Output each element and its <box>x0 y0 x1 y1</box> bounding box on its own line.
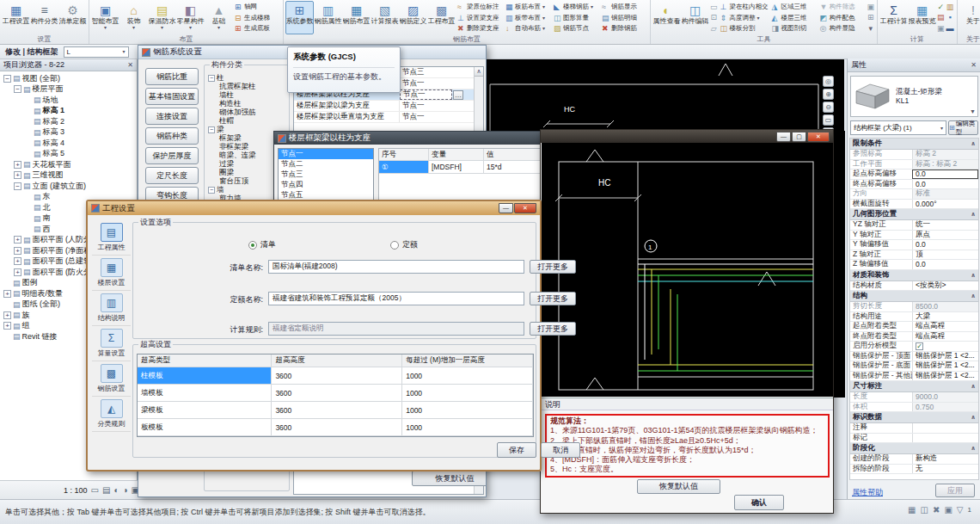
setting-value[interactable]: 节点一 <box>399 78 474 89</box>
property-row[interactable]: 钢筋保护层 - 顶面钢筋保护层 1 <2... <box>850 352 978 362</box>
ribbon-mini-icon[interactable]: ▱ <box>710 24 718 34</box>
sidebar-tab[interactable]: ▥结构说明 <box>92 291 131 326</box>
property-row[interactable]: 起点标高偏移0.0 <box>850 170 978 180</box>
ribbon-button[interactable]: ⌂装饰▾ <box>119 1 148 34</box>
ribbon-button[interactable]: ▦钢筋布置 <box>342 1 371 34</box>
status-icon[interactable]: ▦ <box>908 505 916 515</box>
property-row[interactable]: Y 轴偏移值0.0 <box>850 240 978 250</box>
tree-expander-icon[interactable]: − <box>208 126 215 133</box>
tree-expander-icon[interactable]: + <box>14 247 21 255</box>
settings-category-button[interactable]: 定尺长度 <box>145 167 199 184</box>
node-list-item[interactable]: 节点一 <box>279 149 373 159</box>
ribbon-button[interactable]: ▲基础▾ <box>205 1 233 34</box>
property-row[interactable]: 拆除的阶段无 <box>850 465 978 475</box>
property-row[interactable]: 起点附着类型端点高程 <box>850 322 978 332</box>
ribbon-small-button[interactable]: ⊞轴网 <box>235 2 279 12</box>
nav-tool-button[interactable]: ◎ <box>823 76 834 87</box>
tree-expander-icon[interactable]: + <box>3 322 11 330</box>
ribbon-small-button[interactable]: ⊟生成楼梯 <box>235 13 279 23</box>
ribbon-button[interactable]: ◐属性查看 <box>652 1 681 34</box>
sidebar-tab[interactable]: ◭分类规则 <box>92 397 131 432</box>
properties-section-header[interactable]: 限制条件∧ <box>850 139 978 150</box>
ribbon-button[interactable]: !关于 <box>959 1 980 34</box>
open-more-button[interactable]: 打开更多 <box>530 260 576 274</box>
tree-item[interactable]: 墙柱 <box>206 91 287 100</box>
ribbon-small-button[interactable]: ✖删除梁支座 <box>457 23 502 34</box>
property-row[interactable]: 长度9000.0 <box>850 392 978 403</box>
radio-quota[interactable]: 定额 <box>390 239 418 250</box>
tree-item[interactable]: −▤立面 (建筑立面) <box>0 181 137 192</box>
open-more-button[interactable]: 打开更多 <box>530 322 576 336</box>
minimize-button[interactable]: — <box>499 203 513 213</box>
height-table-cell[interactable]: 3600 <box>272 402 402 419</box>
ribbon-button[interactable]: ▦报表预览 <box>908 1 936 34</box>
ribbon-small-button[interactable]: ◫图形算量 <box>554 13 598 23</box>
tree-expander-icon[interactable]: + <box>3 311 11 319</box>
property-row[interactable]: 创建的阶段新构造 <box>850 454 978 465</box>
tree-expander-icon[interactable]: − <box>3 75 11 83</box>
ribbon-mini-icon[interactable]: ▬ <box>946 24 954 34</box>
close-button[interactable]: ✕ <box>807 132 830 142</box>
sidebar-tab[interactable]: ▩钢筋设置 <box>92 361 131 397</box>
save-button[interactable]: 保存 <box>497 442 536 458</box>
tree-expander-icon[interactable]: − <box>14 182 21 190</box>
tree-item[interactable]: 柱帽 <box>206 117 287 126</box>
ribbon-small-button[interactable]: ▼构件筛选 <box>820 2 865 12</box>
ribbon-button[interactable]: ▥钢筋属性 <box>314 1 342 34</box>
setting-value[interactable]: 节点一 <box>399 101 474 111</box>
ribbon-small-button[interactable]: ◩构件配色 <box>820 13 865 23</box>
minimize-button[interactable]: — <box>776 132 791 142</box>
ribbon-mini-icon[interactable]: ▣ <box>937 24 945 34</box>
tree-item[interactable]: −▤视图 (全部) <box>0 73 137 84</box>
ribbon-button[interactable]: ◧零星构件▾ <box>176 1 205 34</box>
property-row[interactable]: 终点附着类型端点高程 <box>850 332 978 342</box>
ribbon-mini-icon[interactable]: ⊡ <box>710 13 718 22</box>
close-icon[interactable]: ✕ <box>127 61 133 69</box>
properties-help-link[interactable]: 属性帮助 <box>852 487 883 498</box>
table-row[interactable]: 墙模板36001000 <box>138 385 533 402</box>
node-list-item[interactable]: 节点四 <box>279 180 373 190</box>
restore-defaults-button[interactable]: 恢复默认值 <box>412 471 487 486</box>
ribbon-button[interactable]: ▦工程设置 <box>2 1 30 34</box>
view-control-icon[interactable]: ▭ <box>91 485 99 495</box>
height-table-cell[interactable]: 梁模板 <box>138 402 272 419</box>
table-row[interactable]: 板模板36001000 <box>138 419 533 436</box>
ribbon-button[interactable]: ▧计算报表 <box>371 1 399 34</box>
ribbon-small-button[interactable]: ◭楼层三维 <box>772 13 817 23</box>
ribbon-small-button[interactable]: ▤钢筋明细 <box>602 13 646 23</box>
property-row[interactable]: 钢筋保护层 - 底面钢筋保护层 1 <2... <box>850 361 978 372</box>
maximize-button[interactable]: ▢ <box>792 132 806 142</box>
chevron-down-icon[interactable]: ▼ <box>970 108 977 116</box>
node-dialog-titlebar[interactable]: 楼层框架梁以柱为支座 <box>274 132 554 145</box>
tree-item[interactable]: −▤楼层平面 <box>0 84 137 96</box>
height-table-cell[interactable]: 1000 <box>402 419 533 436</box>
project-dialog-titlebar[interactable]: 工程设置 — ✕ <box>88 201 540 215</box>
properties-section-header[interactable]: 尺寸标注∧ <box>850 381 978 392</box>
ribbon-small-button[interactable]: ▨钢筋节点 <box>554 23 598 34</box>
ribbon-small-button[interactable]: ⊥梁在柱内相交 <box>720 2 769 12</box>
property-row[interactable]: YZ 轴对正统一 <box>850 220 978 231</box>
height-table-cell[interactable]: 墙模板 <box>138 385 272 402</box>
checkbox-checked-icon[interactable]: ✓ <box>916 342 923 350</box>
tree-item[interactable]: +▤三维视图 <box>0 170 137 182</box>
tree-expander-icon[interactable]: + <box>14 161 21 169</box>
ribbon-small-button[interactable]: ⇕高度调整▾ <box>720 13 769 23</box>
ribbon-mini-icon[interactable]: ▭ <box>710 3 718 12</box>
property-row[interactable]: 参照标高标高 2 <box>850 150 978 160</box>
height-table-cell[interactable]: 3600 <box>272 385 402 402</box>
view-control-icon[interactable]: ▤ <box>102 485 110 495</box>
settings-category-button[interactable]: 钢筋种类 <box>145 127 199 145</box>
node-table-cell[interactable]: ① <box>379 161 429 174</box>
setting-value[interactable]: 节点一 <box>399 112 474 122</box>
ribbon-mini-icon[interactable]: ▣ <box>867 3 875 12</box>
type-selector-combo[interactable]: L ▾ <box>64 46 129 58</box>
ribbon-mini-icon[interactable]: ▾ <box>867 24 875 34</box>
ribbon-mini-icon[interactable]: ⊞ <box>867 13 875 22</box>
settings-category-button[interactable]: 连接设置 <box>145 108 199 125</box>
properties-section-header[interactable]: 结构∧ <box>850 291 978 302</box>
tree-item[interactable]: ▤场地 <box>0 95 137 106</box>
view-scale[interactable]: 1 : 100 <box>64 486 88 495</box>
radio-list[interactable]: 清单 <box>248 239 276 250</box>
preview-titlebar[interactable]: — ▢ ✕ <box>541 130 833 143</box>
ribbon-mini-icon[interactable]: ▤ <box>937 13 945 22</box>
